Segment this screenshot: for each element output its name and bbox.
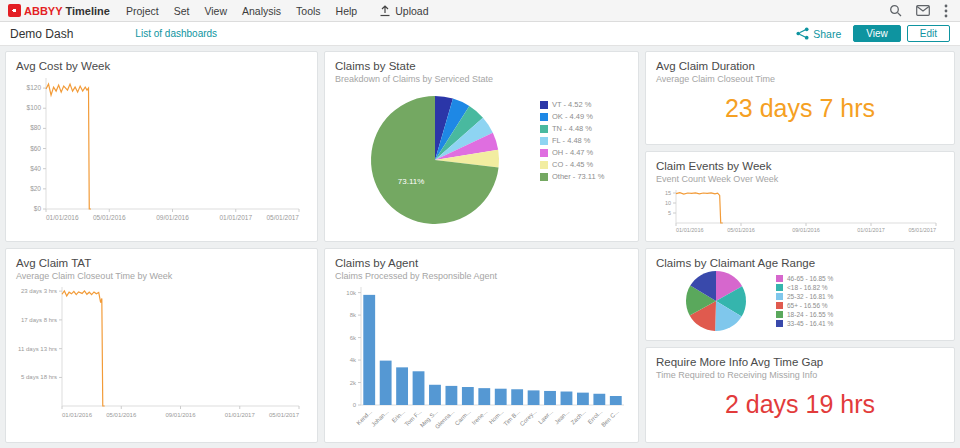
svg-text:Carm...: Carm... bbox=[454, 408, 472, 426]
page-title: Demo Dash bbox=[10, 27, 73, 41]
menu-item-set[interactable]: Set bbox=[174, 5, 190, 17]
search-icon[interactable] bbox=[889, 4, 902, 17]
card-claims-by-state: Claims by State Breakdown of Claims by S… bbox=[324, 51, 639, 242]
card-title: Avg Claim Duration bbox=[656, 60, 944, 72]
legend-label: 65+ - 16.56 % bbox=[787, 302, 828, 309]
mail-icon[interactable] bbox=[916, 5, 930, 16]
card-subtitle: Event Count Week Over Week bbox=[656, 174, 944, 184]
legend-item: Other - 73.11 % bbox=[540, 172, 604, 181]
card-subtitle: Claims Processed by Responsible Agent bbox=[335, 271, 628, 281]
card-title: Require More Info Avg Time Gap bbox=[656, 356, 944, 368]
svg-text:23 days 3 hrs: 23 days 3 hrs bbox=[21, 288, 57, 294]
legend-label: 33-45 - 16.41 % bbox=[787, 320, 833, 327]
svg-text:Tim B...: Tim B... bbox=[502, 408, 521, 427]
brand[interactable]: ABBYY Timeline bbox=[8, 4, 110, 17]
legend-item: 46-65 - 16.85 % bbox=[776, 275, 833, 282]
svg-text:10k: 10k bbox=[346, 290, 357, 296]
share-button[interactable]: Share bbox=[796, 27, 841, 40]
svg-text:05/01/2017: 05/01/2017 bbox=[908, 227, 936, 233]
brand-timeline: Timeline bbox=[66, 5, 110, 17]
svg-text:5: 5 bbox=[668, 210, 671, 216]
svg-text:$0: $0 bbox=[34, 205, 42, 212]
card-require-more-info: Require More Info Avg Time Gap Time Requ… bbox=[645, 347, 955, 443]
svg-text:15: 15 bbox=[665, 190, 671, 196]
legend-item: VT - 4.52 % bbox=[540, 100, 604, 109]
legend-item: OK - 4.49 % bbox=[540, 112, 604, 121]
svg-text:$120: $120 bbox=[27, 84, 42, 91]
svg-text:01/01/2016: 01/01/2016 bbox=[46, 214, 79, 221]
app-root: ABBYY Timeline Project Set View Analysis… bbox=[0, 0, 960, 448]
legend-swatch bbox=[776, 320, 783, 327]
topbar: ABBYY Timeline Project Set View Analysis… bbox=[0, 0, 960, 22]
legend-item: TN - 4.48 % bbox=[540, 124, 604, 133]
legend-swatch bbox=[776, 275, 783, 282]
claims-by-age-pie bbox=[656, 269, 776, 333]
svg-text:01/01/2016: 01/01/2016 bbox=[676, 227, 704, 233]
edit-button[interactable]: Edit bbox=[907, 25, 950, 42]
claims-by-state-legend: VT - 4.52 %OK - 4.49 %TN - 4.48 %FL - 4.… bbox=[540, 100, 604, 181]
card-subtitle: Time Required to Receiving Missing Info bbox=[656, 370, 944, 380]
svg-text:05/01/2017: 05/01/2017 bbox=[269, 412, 300, 418]
legend-swatch bbox=[776, 302, 783, 309]
avg-claim-duration-value: 23 days 7 hrs bbox=[656, 94, 944, 123]
legend-item: 33-45 - 16.41 % bbox=[776, 320, 833, 327]
claims-by-agent-chart: 02k4k6k8k10kKend...Johan...Erin...Tom F.… bbox=[335, 281, 628, 429]
abbyy-logo-icon bbox=[8, 4, 21, 17]
kebab-menu-icon[interactable] bbox=[944, 4, 948, 18]
card-claim-events-by-week: Claim Events by Week Event Count Week Ov… bbox=[645, 151, 955, 242]
legend-swatch bbox=[540, 101, 548, 109]
view-button[interactable]: View bbox=[853, 25, 901, 42]
svg-text:4k: 4k bbox=[350, 357, 357, 363]
card-subtitle: Breakdown of Claims by Serviced State bbox=[335, 74, 628, 84]
svg-text:Lawr...: Lawr... bbox=[537, 408, 554, 425]
svg-text:Jean...: Jean... bbox=[553, 408, 570, 425]
svg-text:17 days 8 hrs: 17 days 8 hrs bbox=[21, 317, 57, 323]
menu-item-help[interactable]: Help bbox=[336, 5, 358, 17]
svg-text:09/01/2016: 09/01/2016 bbox=[165, 412, 196, 418]
legend-item: <18 - 16.82 % bbox=[776, 284, 833, 291]
svg-text:$80: $80 bbox=[30, 124, 41, 131]
svg-text:05/01/2016: 05/01/2016 bbox=[93, 214, 126, 221]
svg-text:Johan...: Johan... bbox=[370, 408, 390, 428]
svg-text:05/01/2016: 05/01/2016 bbox=[727, 227, 755, 233]
legend-swatch bbox=[776, 293, 783, 300]
svg-text:$40: $40 bbox=[30, 165, 41, 172]
card-title: Claim Events by Week bbox=[656, 160, 944, 172]
svg-text:01/01/2017: 01/01/2017 bbox=[225, 412, 256, 418]
card-subtitle: Average Claim Closeout Time bbox=[656, 74, 944, 84]
svg-text:01/01/2017: 01/01/2017 bbox=[219, 214, 252, 221]
legend-label: TN - 4.48 % bbox=[552, 124, 592, 133]
avg-claim-tat-chart: 23 days 3 hrs17 days 8 hrs11 days 13 hrs… bbox=[16, 281, 307, 419]
legend-swatch bbox=[540, 137, 548, 145]
claims-by-state-pie: 73.11% bbox=[335, 84, 540, 232]
legend-label: FL - 4.48 % bbox=[552, 136, 591, 145]
svg-text:8k: 8k bbox=[350, 312, 357, 318]
svg-text:$60: $60 bbox=[30, 145, 41, 152]
upload-label: Upload bbox=[395, 5, 428, 17]
legend-label: OH - 4.47 % bbox=[552, 148, 593, 157]
menu-item-analysis[interactable]: Analysis bbox=[242, 5, 281, 17]
claims-by-age-body: 46-65 - 16.85 %<18 - 16.82 %25-32 - 16.8… bbox=[656, 269, 944, 333]
claims-by-age-legend: 46-65 - 16.85 %<18 - 16.82 %25-32 - 16.8… bbox=[776, 275, 833, 327]
svg-text:Ben C...: Ben C... bbox=[600, 408, 620, 428]
legend-item: 25-32 - 16.81 % bbox=[776, 293, 833, 300]
menu-item-project[interactable]: Project bbox=[126, 5, 159, 17]
card-claims-by-age-range: Claims by Claimant Age Range 46-65 - 16.… bbox=[645, 248, 955, 341]
menu-item-view[interactable]: View bbox=[204, 5, 227, 17]
svg-text:Corey...: Corey... bbox=[519, 408, 538, 427]
dashboards-link[interactable]: List of dashboards bbox=[135, 28, 217, 39]
legend-label: Other - 73.11 % bbox=[552, 172, 604, 181]
legend-swatch bbox=[540, 161, 548, 169]
dashboard-grid: Avg Cost by Week $0$20$40$60$80$100$1200… bbox=[0, 46, 960, 448]
legend-swatch bbox=[540, 173, 548, 181]
share-label: Share bbox=[813, 28, 841, 40]
upload-button[interactable]: Upload bbox=[379, 5, 428, 17]
legend-swatch bbox=[776, 284, 783, 291]
menu-item-tools[interactable]: Tools bbox=[296, 5, 321, 17]
svg-text:10: 10 bbox=[665, 200, 671, 206]
legend-label: <18 - 16.82 % bbox=[787, 284, 828, 291]
legend-label: 46-65 - 16.85 % bbox=[787, 275, 833, 282]
svg-text:09/01/2016: 09/01/2016 bbox=[156, 214, 189, 221]
legend-item: CO - 4.45 % bbox=[540, 160, 604, 169]
legend-item: 18-24 - 16.55 % bbox=[776, 311, 833, 318]
